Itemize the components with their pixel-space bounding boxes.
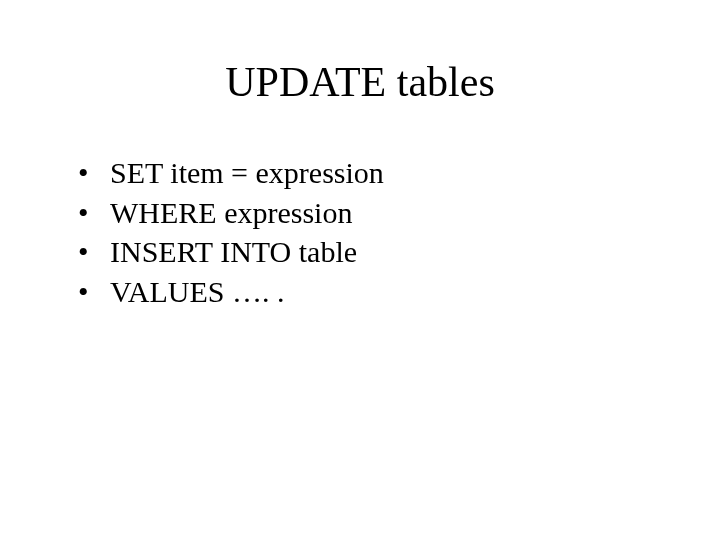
bullet-text: WHERE expression bbox=[110, 196, 352, 229]
bullet-text: INSERT INTO table bbox=[110, 235, 357, 268]
slide-title: UPDATE tables bbox=[0, 58, 720, 106]
bullet-text: SET item = expression bbox=[110, 156, 384, 189]
list-item: • INSERT INTO table bbox=[78, 233, 720, 271]
slide: UPDATE tables • SET item = expression • … bbox=[0, 0, 720, 540]
list-item: • VALUES …. . bbox=[78, 273, 720, 311]
bullet-text: VALUES …. . bbox=[110, 275, 284, 308]
list-item: • SET item = expression bbox=[78, 154, 720, 192]
bullet-icon: • bbox=[78, 154, 89, 192]
bullet-icon: • bbox=[78, 233, 89, 271]
list-item: • WHERE expression bbox=[78, 194, 720, 232]
bullet-icon: • bbox=[78, 273, 89, 311]
bullet-icon: • bbox=[78, 194, 89, 232]
bullet-list: • SET item = expression • WHERE expressi… bbox=[0, 154, 720, 310]
